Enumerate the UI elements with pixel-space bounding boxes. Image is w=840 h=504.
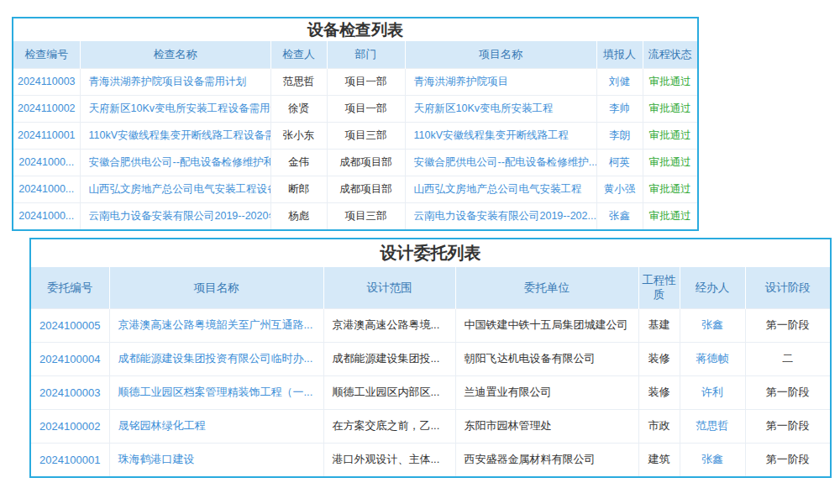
project-name-link[interactable]: 110kV安徽线程集变开断线路工程 [405,122,596,149]
column-header-operator-name: 经办人 [680,267,745,308]
equipment-list-title: 设备检查列表 [13,18,697,41]
column-header-inspector-name: 检查人 [270,41,327,68]
flow-status: 审批通过 [643,202,697,229]
inspection-id-link[interactable]: 20241000... [13,149,80,176]
project-name-link[interactable]: 成都能源建设集团投资有限公司临时办... [109,342,323,375]
column-header-design-stage: 设计阶段 [745,267,830,308]
design-stage: 第一阶段 [745,409,830,443]
client-unit: 朝阳飞达机电设备有限公司 [455,342,638,375]
inspection-id-link[interactable]: 2024110002 [13,95,80,122]
table-row: 2024110001110kV安徽线程集变开断线路工程设备需...张小东项目三部… [13,122,697,149]
project-type: 建筑 [638,443,680,476]
column-header-design-scope: 设计范围 [323,267,455,308]
column-header-reporter-name: 填报人 [596,41,643,68]
inspection-id-link[interactable]: 20241000... [13,202,80,229]
reporter-name-link[interactable]: 刘健 [596,68,643,95]
project-name-link[interactable]: 青海洪湖养护院项目 [405,68,596,95]
department-name: 项目三部 [327,122,405,149]
flow-status: 审批通过 [643,95,697,122]
column-header-flow-status: 流程状态 [643,41,697,68]
design-commission-list-panel: 设计委托列表 委托编号项目名称设计范围委托单位工程性质经办人设计阶段 20241… [29,238,832,478]
commission-id-link[interactable]: 2024100002 [31,409,109,443]
table-row: 2024110003青海洪湖养护院项目设备需用计划范思哲项目一部青海洪湖养护院项… [13,68,697,95]
department-name: 成都项目部 [327,149,405,176]
table-row: 2024100005京港澳高速公路粤境韶关至广州互通路...京港澳高速公路粤境.… [31,308,830,342]
column-header-project-name: 项目名称 [405,41,596,68]
inspection-name-link[interactable]: 天府新区10Kv变电所安装工程设备需用计划 [80,95,270,122]
client-unit: 东阳市园林管理处 [455,409,638,443]
column-header-inspection-name: 检查名称 [80,41,270,68]
column-header-client-unit: 委托单位 [455,267,638,308]
client-unit: 兰迪置业有限公司 [455,375,638,409]
inspection-name-link[interactable]: 山西弘文房地产总公司电气安装工程设备... [80,176,270,202]
operator-name-link[interactable]: 张鑫 [680,443,745,476]
project-name-link[interactable]: 晟铭园林绿化工程 [109,409,323,443]
table-row: 2024100002晟铭园林绿化工程在方案交底之前，乙...东阳市园林管理处市政… [31,409,830,443]
column-header-inspection-id: 检查编号 [13,41,80,68]
project-name-link[interactable]: 珠海鹤港口建设 [109,443,323,476]
project-name-link[interactable]: 安徽合肥供电公司--配电设备检修维护... [405,149,596,176]
client-unit: 西安盛器金属材料有限公司 [455,443,638,476]
project-name-link[interactable]: 京港澳高速公路粤境韶关至广州互通路... [109,308,323,342]
design-stage: 第一阶段 [745,443,830,476]
design-stage: 第一阶段 [745,308,830,342]
inspection-name-link[interactable]: 110kV安徽线程集变开断线路工程设备需... [80,122,270,149]
table-row: 2024100004成都能源建设集团投资有限公司临时办...成都能源建设集团投.… [31,342,830,375]
project-name-link[interactable]: 山西弘文房地产总公司电气安装工程 [405,176,596,202]
project-type: 装修 [638,375,680,409]
table-row: 2024100001珠海鹤港口建设港口外观设计、主体...西安盛器金属材料有限公… [31,443,830,476]
inspection-id-link[interactable]: 2024110003 [13,68,80,95]
design-scope: 在方案交底之前，乙... [323,409,455,443]
flow-status: 审批通过 [643,68,697,95]
project-name-link[interactable]: 天府新区10Kv变电所安装工程 [405,95,596,122]
inspector-name: 金伟 [270,149,327,176]
header-row: 委托编号项目名称设计范围委托单位工程性质经办人设计阶段 [31,267,830,308]
reporter-name-link[interactable]: 李帅 [596,95,643,122]
operator-name-link[interactable]: 许利 [680,375,745,409]
equipment-inspection-table: 检查编号检查名称检查人部门项目名称填报人流程状态 2024110003青海洪湖养… [13,41,697,229]
department-name: 项目三部 [327,202,405,229]
project-type: 市政 [638,409,680,443]
table-row: 20241000...安徽合肥供电公司--配电设备检修维护和...金伟成都项目部… [13,149,697,176]
flow-status: 审批通过 [643,122,697,149]
operator-name-link[interactable]: 张鑫 [680,308,745,342]
commission-id-link[interactable]: 2024100004 [31,342,109,375]
column-header-project-name: 项目名称 [109,267,323,308]
column-header-commission-id: 委托编号 [31,267,109,308]
flow-status: 审批通过 [643,176,697,202]
project-name-link[interactable]: 顺德工业园区档案管理精装饰工程（一... [109,375,323,409]
reporter-name-link[interactable]: 李朗 [596,122,643,149]
inspector-name: 范思哲 [270,68,327,95]
client-unit: 中国铁建中铁十五局集团城建公司 [455,308,638,342]
commission-id-link[interactable]: 2024100001 [31,443,109,476]
inspection-name-link[interactable]: 安徽合肥供电公司--配电设备检修维护和... [80,149,270,176]
project-type: 基建 [638,308,680,342]
reporter-name-link[interactable]: 黄小强 [596,176,643,202]
project-type: 装修 [638,342,680,375]
header-row: 检查编号检查名称检查人部门项目名称填报人流程状态 [13,41,697,68]
commission-id-link[interactable]: 2024100005 [31,308,109,342]
inspector-name: 张小东 [270,122,327,149]
reporter-name-link[interactable]: 柯英 [596,149,643,176]
inspection-id-link[interactable]: 2024110001 [13,122,80,149]
design-scope: 港口外观设计、主体... [323,443,455,476]
operator-name-link[interactable]: 范思哲 [680,409,745,443]
column-header-department-name: 部门 [327,41,405,68]
table-row: 2024110002天府新区10Kv变电所安装工程设备需用计划徐贤项目一部天府新… [13,95,697,122]
project-name-link[interactable]: 云南电力设备安装有限公司2019--202... [405,202,596,229]
operator-name-link[interactable]: 蒋德帧 [680,342,745,375]
commission-id-link[interactable]: 2024100003 [31,375,109,409]
inspection-name-link[interactable]: 青海洪湖养护院项目设备需用计划 [80,68,270,95]
design-commission-table: 委托编号项目名称设计范围委托单位工程性质经办人设计阶段 2024100005京港… [31,267,830,476]
design-stage: 二 [745,342,830,375]
design-list-title: 设计委托列表 [31,239,830,267]
table-row: 20241000...山西弘文房地产总公司电气安装工程设备...断郎成都项目部山… [13,176,697,202]
inspector-name: 杨彪 [270,202,327,229]
inspector-name: 断郎 [270,176,327,202]
reporter-name-link[interactable]: 张鑫 [596,202,643,229]
inspection-id-link[interactable]: 20241000... [13,176,80,202]
department-name: 项目一部 [327,95,405,122]
design-scope: 京港澳高速公路粤境... [323,308,455,342]
column-header-project-type: 工程性质 [638,267,680,308]
inspection-name-link[interactable]: 云南电力设备安装有限公司2019--2020年... [80,202,270,229]
